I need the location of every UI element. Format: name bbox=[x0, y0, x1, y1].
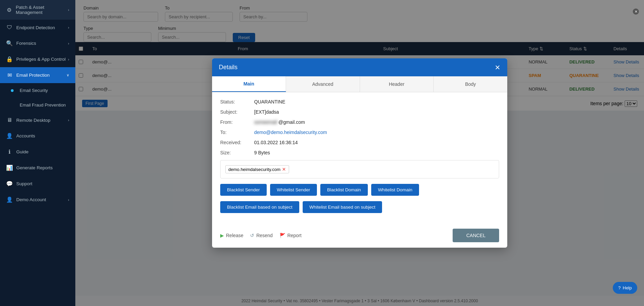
from-row: From: someemail @gmail.com bbox=[220, 119, 499, 125]
sidebar-item-email-fraud[interactable]: Email Fraud Prevention bbox=[0, 98, 75, 112]
sidebar-item-support-label: Support bbox=[16, 181, 32, 186]
resend-icon: ↺ bbox=[250, 233, 254, 238]
sidebar-item-guide[interactable]: ℹ Guide bbox=[0, 144, 75, 160]
size-label: Size: bbox=[220, 150, 254, 155]
tab-body[interactable]: Body bbox=[434, 76, 507, 92]
details-modal: Details ✕ Main Advanced Header Body Stat… bbox=[212, 58, 507, 248]
help-close-button[interactable]: ✕ bbox=[633, 8, 639, 15]
received-label: Received: bbox=[220, 140, 254, 145]
sidebar-item-demo-account[interactable]: 👤 Demo Account › bbox=[0, 192, 75, 208]
release-action[interactable]: ▶ Release bbox=[220, 233, 243, 238]
sidebar-item-remote-desktop[interactable]: 🖥 Remote Desktop › bbox=[0, 112, 75, 128]
release-icon: ▶ bbox=[220, 233, 224, 238]
size-value: 9 Bytes bbox=[254, 150, 270, 155]
tab-header[interactable]: Header bbox=[360, 76, 434, 92]
chevron-icon: › bbox=[68, 118, 69, 122]
chevron-icon: › bbox=[68, 8, 69, 12]
sidebar-item-email-security-label: Email Security bbox=[20, 88, 48, 93]
sidebar-item-demo-account-label: Demo Account bbox=[16, 197, 46, 202]
chevron-icon: ∨ bbox=[67, 73, 69, 77]
modal-tabs: Main Advanced Header Body bbox=[212, 76, 507, 92]
status-label: Status: bbox=[220, 99, 254, 104]
report-icon: 🚩 bbox=[280, 233, 285, 238]
cancel-button[interactable]: CANCEL bbox=[453, 229, 499, 242]
report-label: Report bbox=[287, 233, 302, 238]
action-buttons-2: Blacklist Email based on subject Whiteli… bbox=[220, 201, 499, 213]
recipient-box: demo.heimdalsecurity.com ✕ bbox=[220, 160, 499, 178]
from-label: From: bbox=[220, 119, 254, 125]
sidebar-item-reports-label: Generate Reports bbox=[16, 165, 53, 170]
to-row: To: demo@demo.heimdalsecurity.com bbox=[220, 130, 499, 135]
sidebar: ⚙ Patch & Asset Management › 🛡 Endpoint … bbox=[0, 0, 75, 306]
privileges-icon: 🔒 bbox=[6, 56, 13, 62]
accounts-icon: 👤 bbox=[6, 133, 13, 139]
sidebar-item-patch-label: Patch & Asset Management bbox=[16, 5, 68, 15]
recipient-tag-remove[interactable]: ✕ bbox=[282, 167, 286, 172]
email-protection-icon: ✉ bbox=[6, 72, 13, 78]
blacklist-sender-button[interactable]: Blacklist Sender bbox=[220, 184, 267, 196]
release-label: Release bbox=[226, 233, 243, 238]
tab-main[interactable]: Main bbox=[212, 76, 286, 92]
tab-advanced[interactable]: Advanced bbox=[286, 76, 360, 92]
sidebar-item-forensics-label: Forensics bbox=[16, 41, 36, 46]
received-row: Received: 01.03.2022 16:36:14 bbox=[220, 140, 499, 145]
support-icon: 💬 bbox=[6, 180, 13, 187]
recipient-tag-text: demo.heimdalsecurity.com bbox=[228, 167, 281, 172]
main-content: Domain To From Type Minimum bbox=[75, 0, 644, 306]
whitelist-domain-button[interactable]: Whitelist Domain bbox=[371, 184, 419, 196]
report-action[interactable]: 🚩 Report bbox=[280, 233, 302, 238]
sidebar-item-email-security[interactable]: Email Security bbox=[0, 83, 75, 98]
subject-row: Subject: [EXT]dadsa bbox=[220, 109, 499, 115]
sidebar-item-email-protection-label: Email Protection bbox=[16, 73, 50, 78]
reports-icon: 📊 bbox=[6, 165, 13, 171]
sidebar-item-endpoint[interactable]: 🛡 Endpoint Detection › bbox=[0, 20, 75, 35]
help-label: Help bbox=[623, 285, 632, 290]
modal-header: Details ✕ bbox=[212, 58, 507, 76]
to-value: demo@demo.heimdalsecurity.com bbox=[254, 130, 327, 135]
chevron-icon: › bbox=[68, 57, 69, 61]
resend-label: Resend bbox=[256, 233, 272, 238]
remote-desktop-icon: 🖥 bbox=[6, 117, 13, 123]
from-email-domain: @gmail.com bbox=[279, 119, 305, 125]
sidebar-item-reports[interactable]: 📊 Generate Reports bbox=[0, 160, 75, 176]
dot-icon bbox=[11, 89, 14, 92]
chevron-icon: › bbox=[68, 198, 69, 202]
help-button[interactable]: ? Help bbox=[613, 282, 637, 294]
resend-action[interactable]: ↺ Resend bbox=[250, 233, 272, 238]
sidebar-item-privileges[interactable]: 🔒 Privileges & App Control › bbox=[0, 51, 75, 67]
sidebar-item-email-fraud-label: Email Fraud Prevention bbox=[20, 102, 66, 108]
chevron-icon: › bbox=[68, 41, 69, 45]
demo-account-icon: 👤 bbox=[6, 196, 13, 203]
from-value: someemail @gmail.com bbox=[254, 119, 305, 125]
modal-body: Status: QUARANTINE Subject: [EXT]dadsa F… bbox=[212, 92, 507, 225]
help-icon: ? bbox=[618, 285, 621, 290]
modal-title: Details bbox=[219, 64, 238, 71]
to-label: To: bbox=[220, 130, 254, 135]
received-value: 01.03.2022 16:36:14 bbox=[254, 140, 298, 145]
from-email-blurred: someemail bbox=[254, 119, 277, 125]
modal-close-button[interactable]: ✕ bbox=[495, 64, 500, 71]
sidebar-item-patch[interactable]: ⚙ Patch & Asset Management › bbox=[0, 0, 75, 20]
whitelist-email-subject-button[interactable]: Whitelist Email based on subject bbox=[303, 201, 382, 213]
sidebar-item-support[interactable]: 💬 Support bbox=[0, 176, 75, 192]
recipient-tag: demo.heimdalsecurity.com ✕ bbox=[225, 165, 289, 173]
sidebar-item-forensics[interactable]: 🔍 Forensics › bbox=[0, 35, 75, 51]
modal-footer: ▶ Release ↺ Resend 🚩 Report CANCEL bbox=[212, 225, 507, 248]
whitelist-sender-button[interactable]: Whitelist Sender bbox=[270, 184, 317, 196]
patch-icon: ⚙ bbox=[6, 7, 12, 13]
status-value: QUARANTINE bbox=[254, 99, 285, 104]
status-row: Status: QUARANTINE bbox=[220, 99, 499, 104]
footer-actions: ▶ Release ↺ Resend 🚩 Report bbox=[220, 233, 302, 238]
chevron-icon: › bbox=[68, 25, 69, 30]
sidebar-item-accounts[interactable]: 👤 Accounts bbox=[0, 128, 75, 144]
sidebar-item-email-protection[interactable]: ✉ Email Protection ∨ bbox=[0, 67, 75, 83]
blacklist-email-subject-button[interactable]: Blacklist Email based on subject bbox=[220, 201, 299, 213]
sidebar-item-accounts-label: Accounts bbox=[16, 133, 35, 138]
action-buttons: Blacklist Sender Whitelist Sender Blackl… bbox=[220, 184, 499, 196]
blacklist-domain-button[interactable]: Blacklist Domain bbox=[320, 184, 368, 196]
endpoint-icon: 🛡 bbox=[6, 24, 13, 31]
subject-value: [EXT]dadsa bbox=[254, 109, 279, 115]
modal-overlay: Details ✕ Main Advanced Header Body Stat… bbox=[75, 0, 644, 306]
sidebar-item-endpoint-label: Endpoint Detection bbox=[16, 25, 55, 30]
sidebar-item-guide-label: Guide bbox=[16, 149, 29, 154]
